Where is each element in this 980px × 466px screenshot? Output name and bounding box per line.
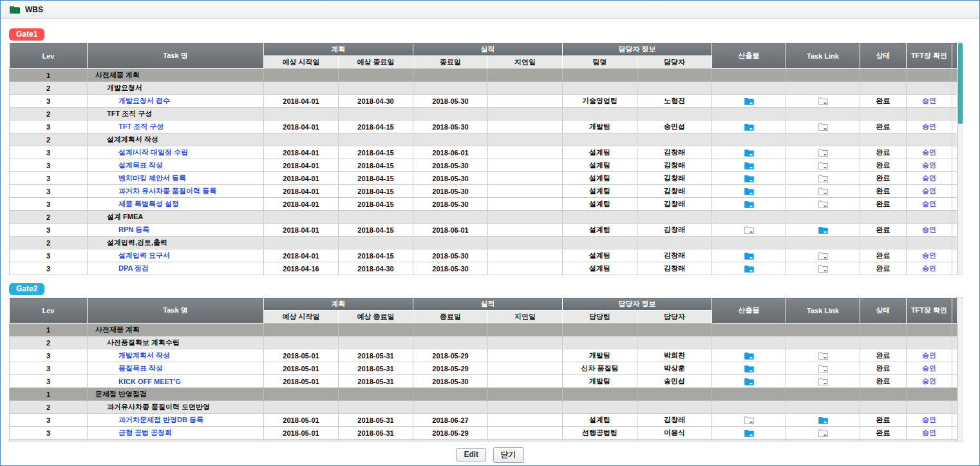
vertical-scrollbar[interactable] <box>957 43 963 275</box>
task-link[interactable]: 품질목표 작성 <box>89 364 163 372</box>
gray-folder-icon[interactable] <box>818 264 828 272</box>
table-row: 2설계입력,검토,출력 <box>10 237 957 249</box>
gray-folder-icon[interactable] <box>818 377 828 385</box>
expected-end-cell: 2018-05-31 <box>339 362 413 375</box>
task-link[interactable]: 벤치마킹 제안서 등록 <box>89 174 186 182</box>
blue-folder-icon[interactable] <box>818 416 828 423</box>
end-date-cell <box>413 82 488 95</box>
tft-confirm-cell: 승인 <box>907 375 952 388</box>
gray-folder-icon[interactable] <box>818 161 828 169</box>
task-link[interactable]: 설계목표 작성 <box>89 161 163 169</box>
blue-folder-icon[interactable] <box>744 187 754 195</box>
blue-folder-icon[interactable] <box>818 226 828 233</box>
clipped-cell <box>952 414 957 427</box>
task-link-cell <box>786 375 860 388</box>
delay-cell <box>488 237 563 249</box>
gray-folder-icon[interactable] <box>818 200 828 208</box>
task-link[interactable]: 금형 공법 공청회 <box>89 429 172 436</box>
blue-folder-icon[interactable] <box>744 200 754 208</box>
gray-folder-icon[interactable] <box>744 416 754 423</box>
blue-folder-icon[interactable] <box>744 351 754 359</box>
task-link-cell <box>786 108 860 121</box>
blue-folder-icon[interactable] <box>744 161 754 169</box>
task-link[interactable]: 과거차 유사차종 품질이력 등록 <box>89 187 216 195</box>
col-header-owner: 담당자 <box>637 56 712 69</box>
approve-link[interactable]: 승인 <box>922 377 936 385</box>
delay-cell <box>488 146 563 159</box>
end-date-cell: 2018-06-01 <box>413 224 488 237</box>
team-cell <box>563 211 637 224</box>
approve-link[interactable]: 승인 <box>922 200 936 208</box>
clipped-column <box>952 298 957 324</box>
scrollbar-thumb[interactable] <box>958 43 963 124</box>
status-cell: 완료 <box>860 427 907 440</box>
approve-link[interactable]: 승인 <box>922 264 936 272</box>
blue-folder-icon[interactable] <box>744 377 754 385</box>
gray-folder-icon[interactable] <box>818 364 828 372</box>
level-cell: 2 <box>10 237 88 249</box>
owner-cell: 송민섭 <box>637 121 712 133</box>
clipped-cell <box>952 362 957 375</box>
approve-link[interactable]: 승인 <box>922 161 936 169</box>
gray-folder-icon[interactable] <box>744 226 754 233</box>
expected-end-cell: 2018-04-15 <box>339 121 413 133</box>
output-cell <box>712 121 786 133</box>
task-link[interactable]: 설계입력 요구서 <box>89 251 170 259</box>
output-cell <box>712 362 786 375</box>
gray-folder-icon[interactable] <box>818 251 828 259</box>
output-cell <box>712 249 786 262</box>
clipped-row <box>9 440 957 442</box>
approve-link[interactable]: 승인 <box>922 174 936 182</box>
task-group-label: 사전품질확보 계획수립 <box>89 338 180 346</box>
blue-folder-icon[interactable] <box>744 251 754 259</box>
col-header-task-link: Task Link <box>786 43 860 69</box>
approve-link[interactable]: 승인 <box>922 122 936 130</box>
team-cell: 설계팀 <box>563 198 637 211</box>
edit-button[interactable]: Edit <box>456 448 486 461</box>
approve-link[interactable]: 승인 <box>922 148 936 156</box>
clipped-cell <box>952 427 957 440</box>
task-link-cell <box>786 95 860 108</box>
level-cell: 2 <box>10 133 88 146</box>
gray-folder-icon[interactable] <box>818 429 828 436</box>
blue-folder-icon[interactable] <box>744 122 754 130</box>
task-link[interactable]: 제품 특별특성 설정 <box>89 200 179 208</box>
gray-folder-icon[interactable] <box>818 97 828 104</box>
table-row: 3TFT 조직 구성2018-04-012018-04-152018-05-30… <box>10 121 957 133</box>
team-cell: 설계팀 <box>563 185 637 198</box>
blue-folder-icon[interactable] <box>744 429 754 436</box>
approve-link[interactable]: 승인 <box>922 429 936 436</box>
gray-folder-icon[interactable] <box>818 174 828 182</box>
close-button[interactable]: 닫기 <box>493 447 524 463</box>
end-date-cell <box>413 401 488 414</box>
blue-folder-icon[interactable] <box>744 148 754 156</box>
task-cell: TFT 조직 구성 <box>88 121 264 133</box>
gray-folder-icon[interactable] <box>818 187 828 195</box>
blue-folder-icon[interactable] <box>744 264 754 272</box>
gray-folder-icon[interactable] <box>818 351 828 359</box>
approve-link[interactable]: 승인 <box>922 187 936 195</box>
gray-folder-icon[interactable] <box>818 122 828 130</box>
vertical-scrollbar[interactable] <box>957 297 963 442</box>
task-link[interactable]: 설계/시작 대일정 수립 <box>89 148 188 156</box>
approve-link[interactable]: 승인 <box>922 97 936 104</box>
approve-link[interactable]: 승인 <box>922 226 936 233</box>
task-cell: 설계목표 작성 <box>88 159 264 172</box>
approve-link[interactable]: 승인 <box>922 251 936 259</box>
table-row: 3개발요청서 접수2018-04-012018-04-302018-05-30기… <box>10 95 957 108</box>
tft-confirm-cell: 승인 <box>907 349 952 362</box>
task-link[interactable]: 과거차문제점 반영DB 등록 <box>89 416 203 423</box>
task-link[interactable]: TFT 조직 구성 <box>89 122 164 130</box>
task-link[interactable]: KICK OFF MEET'G <box>89 378 181 385</box>
approve-link[interactable]: 승인 <box>922 351 936 359</box>
blue-folder-icon[interactable] <box>744 97 754 104</box>
task-link[interactable]: 개발계획서 작성 <box>89 351 170 359</box>
approve-link[interactable]: 승인 <box>922 416 936 423</box>
task-link[interactable]: RPN 등록 <box>89 226 149 233</box>
blue-folder-icon[interactable] <box>744 174 754 182</box>
task-link[interactable]: DPA 점검 <box>89 264 149 272</box>
task-link[interactable]: 개발요청서 접수 <box>89 97 170 104</box>
blue-folder-icon[interactable] <box>744 364 754 372</box>
approve-link[interactable]: 승인 <box>922 364 936 372</box>
gray-folder-icon[interactable] <box>818 148 828 156</box>
